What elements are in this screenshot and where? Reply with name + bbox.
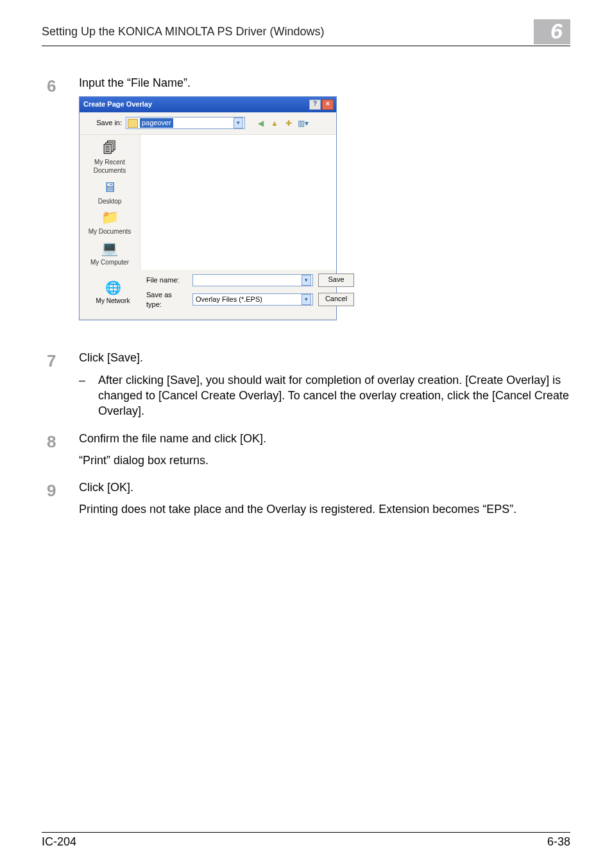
step-extra: “Print” dialog box returns. [79, 453, 570, 468]
help-button[interactable]: ? [309, 100, 321, 110]
place-recent[interactable]: 🗐 My Recent Documents [80, 139, 140, 175]
header-title: Setting Up the KONICA MINOLTA PS Driver … [42, 25, 324, 39]
desktop-icon: 🖥 [99, 178, 121, 197]
step-7: 7 Click [Save]. – After clicking [Save],… [42, 350, 570, 419]
create-page-overlay-dialog: Create Page Overlay ? × Save in: pageove… [79, 96, 337, 321]
step-number: 6 [42, 75, 79, 338]
dialog-body: 🗐 My Recent Documents 🖥 Desktop 📁 My Doc… [80, 135, 336, 270]
bullet-dash: – [79, 372, 98, 419]
saveastype-select[interactable]: Overlay Files (*.EPS) ▾ [192, 293, 313, 306]
place-mycomputer[interactable]: 💻 My Computer [90, 239, 129, 267]
place-label: My Computer [90, 258, 129, 267]
folder-icon [128, 119, 138, 128]
step-number: 9 [42, 480, 79, 517]
bullet-text: After clicking [Save], you should wait f… [98, 372, 570, 419]
savein-row: Save in: pageover ▾ ◀ ▲ ✚ ▥▾ [80, 112, 336, 135]
my-computer-icon: 💻 [99, 239, 121, 258]
step-extra: Printing does not take place and the Ove… [79, 501, 570, 517]
place-label: My Recent Documents [80, 158, 140, 175]
chapter-number: 6 [534, 19, 570, 44]
chevron-down-icon[interactable]: ▾ [302, 294, 311, 305]
recent-docs-icon: 🗐 [99, 139, 121, 158]
back-icon[interactable]: ◀ [255, 118, 266, 128]
filename-label: File name: [146, 275, 187, 285]
place-mynetwork[interactable]: 🌐 My Network [85, 279, 141, 306]
cancel-button[interactable]: Cancel [318, 293, 354, 306]
place-mydocs[interactable]: 📁 My Documents [89, 208, 132, 236]
dialog-title: Create Page Overlay [83, 100, 152, 109]
step-text: Click [Save]. [79, 350, 570, 365]
place-label: My Network [96, 297, 130, 306]
my-network-icon: 🌐 [105, 279, 121, 297]
places-bar: 🗐 My Recent Documents 🖥 Desktop 📁 My Doc… [80, 135, 140, 270]
saveastype-value: Overlay Files (*.EPS) [196, 295, 262, 304]
step-text: Confirm the file name and click [OK]. [79, 431, 570, 446]
file-list-area[interactable] [140, 135, 336, 270]
my-documents-icon: 📁 [99, 208, 121, 227]
view-menu-icon[interactable]: ▥▾ [298, 118, 308, 128]
page-footer: IC-204 6-38 [42, 832, 570, 849]
savein-select[interactable]: pageover ▾ [126, 117, 245, 129]
place-label: My Documents [89, 227, 132, 236]
step-sub-bullet: – After clicking [Save], you should wait… [79, 372, 570, 419]
dialog-titlebar: Create Page Overlay ? × [80, 97, 336, 112]
footer-right: 6-38 [547, 835, 570, 849]
steps-area: 6 Input the “File Name”. Create Page Ove… [42, 75, 570, 517]
up-folder-icon[interactable]: ▲ [269, 118, 280, 128]
filename-input[interactable]: ▾ [192, 274, 313, 286]
close-button[interactable]: × [322, 100, 334, 110]
step-text: Input the “File Name”. [79, 75, 570, 91]
step-8: 8 Confirm the file name and click [OK]. … [42, 431, 570, 469]
footer-left: IC-204 [42, 835, 76, 849]
step-text: Click [OK]. [79, 480, 570, 495]
place-desktop[interactable]: 🖥 Desktop [98, 178, 122, 206]
nav-toolbar: ◀ ▲ ✚ ▥▾ [255, 118, 308, 128]
step-number: 7 [42, 350, 79, 419]
save-button[interactable]: Save [318, 273, 354, 287]
chevron-down-icon[interactable]: ▾ [234, 117, 243, 128]
page-header: Setting Up the KONICA MINOLTA PS Driver … [42, 19, 570, 46]
step-number: 8 [42, 431, 79, 469]
saveastype-label: Save as type: [146, 290, 187, 309]
step-9: 9 Click [OK]. Printing does not take pla… [42, 480, 570, 517]
savein-value: pageover [140, 118, 173, 128]
new-folder-icon[interactable]: ✚ [284, 118, 294, 128]
step-6: 6 Input the “File Name”. Create Page Ove… [42, 75, 570, 338]
savein-label: Save in: [85, 118, 122, 128]
place-label: Desktop [98, 197, 122, 206]
chevron-down-icon[interactable]: ▾ [302, 275, 311, 286]
dialog-screenshot: Create Page Overlay ? × Save in: pageove… [79, 96, 570, 321]
dialog-bottom: 🌐 My Network File name: ▾ [80, 270, 336, 320]
